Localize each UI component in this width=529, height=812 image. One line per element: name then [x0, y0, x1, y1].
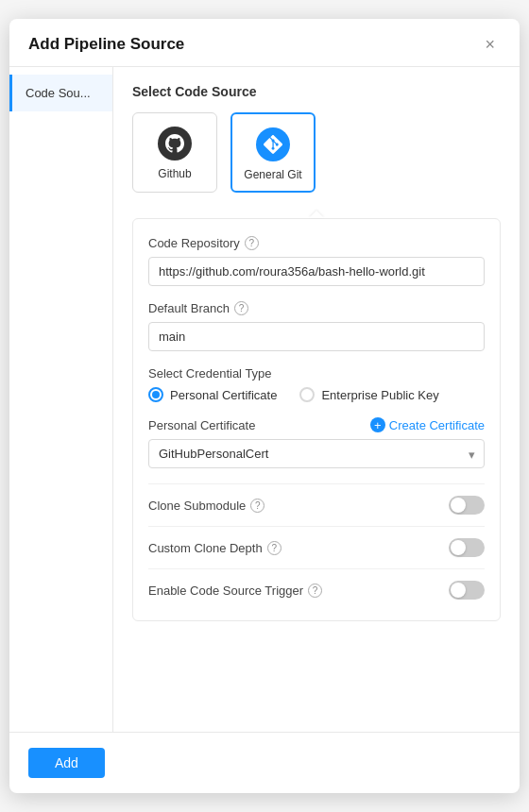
- default-branch-input[interactable]: [148, 322, 485, 351]
- code-repository-input[interactable]: [148, 257, 485, 286]
- custom-clone-depth-row: Custom Clone Depth ?: [148, 526, 485, 568]
- cert-label-row: Personal Certificate + Create Certificat…: [148, 417, 485, 432]
- content-area: Select Code Source Github: [113, 67, 520, 732]
- add-pipeline-source-modal: Add Pipeline Source × Code Sou... Select…: [9, 19, 520, 793]
- clone-submodule-help-icon[interactable]: ?: [250, 499, 264, 513]
- radio-enterprise-circle: [299, 387, 315, 402]
- clone-submodule-row: Clone Submodule ?: [148, 483, 485, 526]
- custom-clone-depth-help-icon[interactable]: ?: [267, 541, 282, 555]
- custom-clone-depth-toggle[interactable]: [449, 538, 485, 557]
- modal-footer: Add: [9, 732, 520, 793]
- create-certificate-link[interactable]: + Create Certificate: [370, 417, 485, 432]
- enable-trigger-label: Enable Code Source Trigger ?: [148, 584, 322, 598]
- github-icon: [158, 127, 192, 161]
- default-branch-group: Default Branch ?: [148, 301, 485, 351]
- radio-personal-certificate[interactable]: Personal Certificate: [148, 387, 277, 402]
- enable-trigger-row: Enable Code Source Trigger ?: [148, 568, 485, 611]
- pointer-triangle: [309, 211, 324, 218]
- credential-type-group: Select Credential Type Personal Certific…: [148, 366, 485, 402]
- clone-submodule-label: Clone Submodule ?: [148, 499, 264, 513]
- source-options: Github General Git: [132, 112, 501, 193]
- credential-type-row: Personal Certificate Enterprise Public K…: [148, 387, 485, 402]
- enable-trigger-toggle[interactable]: [449, 581, 485, 600]
- code-repository-group: Code Repository ?: [148, 236, 485, 286]
- sidebar-item-code-source[interactable]: Code Sou...: [9, 75, 112, 111]
- radio-personal-circle: [148, 387, 163, 402]
- modal-title: Add Pipeline Source: [28, 35, 184, 54]
- sidebar: Code Sou...: [9, 67, 113, 732]
- clone-submodule-toggle[interactable]: [449, 496, 485, 515]
- close-button[interactable]: ×: [479, 34, 501, 55]
- credential-type-label: Select Credential Type: [148, 366, 485, 381]
- code-repository-label: Code Repository ?: [148, 236, 485, 250]
- custom-clone-depth-label: Custom Clone Depth ?: [148, 541, 282, 555]
- select-code-source-title: Select Code Source: [132, 84, 501, 99]
- repo-help-icon[interactable]: ?: [245, 236, 259, 250]
- source-card-general-git[interactable]: General Git: [230, 112, 316, 193]
- github-label: Github: [158, 167, 191, 180]
- personal-certificate-group: Personal Certificate + Create Certificat…: [148, 417, 485, 468]
- branch-help-icon[interactable]: ?: [234, 301, 248, 315]
- radio-enterprise-public-key[interactable]: Enterprise Public Key: [299, 387, 438, 402]
- modal-header: Add Pipeline Source ×: [9, 19, 520, 67]
- cert-select-wrapper: GitHubPersonalCert ▾: [148, 439, 485, 468]
- personal-cert-label: Personal Certificate: [148, 418, 255, 432]
- general-git-label: General Git: [244, 168, 301, 181]
- enable-trigger-help-icon[interactable]: ?: [308, 584, 322, 598]
- add-button[interactable]: Add: [28, 748, 105, 778]
- general-git-icon: [256, 127, 290, 161]
- modal-body: Code Sou... Select Code Source Github: [9, 67, 520, 732]
- source-card-github[interactable]: Github: [132, 112, 217, 193]
- form-section: Code Repository ? Default Branch ? Selec…: [132, 218, 501, 621]
- plus-icon: +: [370, 417, 385, 432]
- default-branch-label: Default Branch ?: [148, 301, 485, 315]
- cert-select[interactable]: GitHubPersonalCert: [148, 439, 485, 468]
